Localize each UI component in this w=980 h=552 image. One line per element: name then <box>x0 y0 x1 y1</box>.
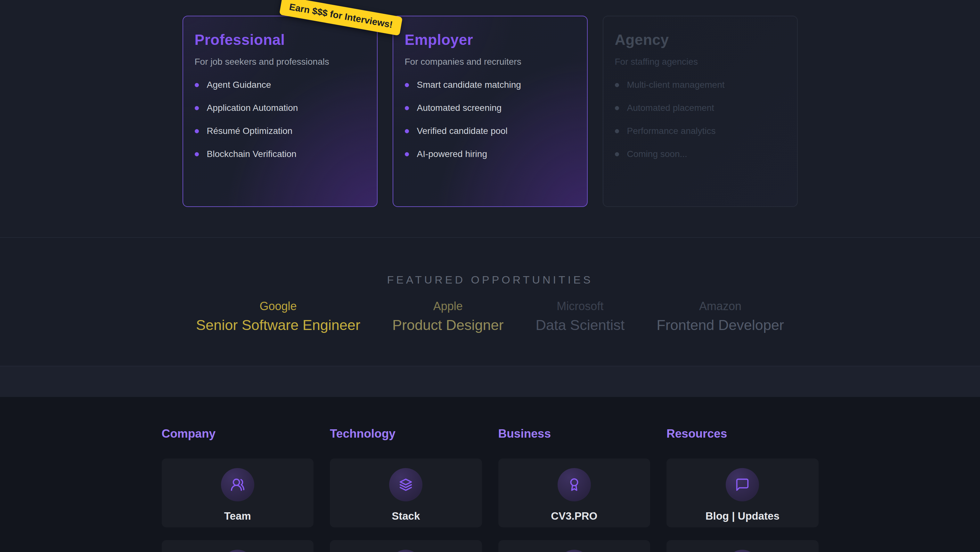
bullet-icon <box>405 129 409 133</box>
footer-column-header: Resources <box>667 427 819 440</box>
feature-label: Automated screening <box>417 103 502 113</box>
plan-cards-row: Earn $$$ for Interviews! Professional Fo… <box>183 0 798 207</box>
hidden-icon <box>389 550 422 552</box>
feature-label: AI-powered hiring <box>417 149 487 159</box>
users-icon <box>221 468 254 501</box>
job-title: Senior Software Engineer <box>196 317 360 333</box>
plan-card-employer[interactable]: Employer For companies and recruiters Sm… <box>393 16 588 207</box>
bullet-icon <box>615 83 619 87</box>
footer-card-hidden[interactable] <box>330 540 482 552</box>
bullet-icon <box>195 152 199 156</box>
footer-card-hidden[interactable] <box>667 540 819 552</box>
hidden-icon <box>558 550 591 552</box>
feature-item: Smart candidate matching <box>405 78 576 91</box>
feature-item: Coming soon... <box>615 148 786 161</box>
job-title: Frontend Developer <box>657 317 784 333</box>
job-item-amazon[interactable]: Amazon Frontend Developer <box>657 300 784 333</box>
feature-label: Smart candidate matching <box>417 80 521 90</box>
feature-item: AI-powered hiring <box>405 148 576 161</box>
feature-label: Blockchain Verification <box>207 149 297 159</box>
footer-card-blog[interactable]: Blog | Updates <box>667 458 819 527</box>
job-item-microsoft[interactable]: Microsoft Data Scientist <box>536 300 625 333</box>
feature-item: Automated placement <box>615 102 786 114</box>
job-company: Google <box>196 300 360 313</box>
footer-column-header: Company <box>162 427 314 440</box>
feature-item: Blockchain Verification <box>195 148 366 161</box>
bullet-icon <box>195 106 199 110</box>
spacer-band <box>0 366 980 397</box>
bullet-icon <box>405 83 409 87</box>
bullet-icon <box>405 106 409 110</box>
footer-card-label: CV3.PRO <box>551 510 597 522</box>
plans-section: Earn $$$ for Interviews! Professional Fo… <box>0 0 980 238</box>
feature-label: Automated placement <box>627 103 714 113</box>
plan-subtitle: For companies and recruiters <box>405 57 576 67</box>
job-title: Data Scientist <box>536 317 625 333</box>
earn-badge: Earn $$$ for Interviews! <box>279 0 402 36</box>
footer-column-header: Business <box>498 427 651 440</box>
footer-card-label: Stack <box>392 510 420 522</box>
footer-column-resources: Resources Blog | Updates <box>667 427 819 552</box>
job-title: Product Designer <box>392 317 504 333</box>
footer-card-hidden[interactable] <box>162 540 314 552</box>
hidden-icon <box>221 550 254 552</box>
feature-item: Performance analytics <box>615 124 786 137</box>
footer-grid: Company Team Technology Stack <box>162 427 819 552</box>
feature-label: Application Automation <box>207 103 298 113</box>
footer-card-cv3pro[interactable]: CV3.PRO <box>498 458 651 527</box>
feature-item: Résumé Optimization <box>195 124 366 137</box>
layers-icon <box>389 468 422 501</box>
footer-column-business: Business CV3.PRO <box>498 427 651 552</box>
footer-column-technology: Technology Stack <box>330 427 482 552</box>
plan-features: Smart candidate matching Automated scree… <box>405 78 576 161</box>
footer-column-company: Company Team <box>162 427 314 552</box>
footer: Company Team Technology Stack <box>0 397 980 552</box>
footer-card-label: Blog | Updates <box>706 510 780 522</box>
footer-card-hidden[interactable] <box>498 540 651 552</box>
bullet-icon <box>615 152 619 156</box>
job-item-apple[interactable]: Apple Product Designer <box>392 300 504 333</box>
job-company: Microsoft <box>536 300 625 313</box>
speech-bubble-icon <box>726 468 759 501</box>
bullet-icon <box>615 106 619 110</box>
feature-item: Verified candidate pool <box>405 124 576 137</box>
plan-card-agency: Agency For staffing agencies Multi-clien… <box>603 16 798 207</box>
feature-item: Automated screening <box>405 102 576 114</box>
plan-card-professional[interactable]: Earn $$$ for Interviews! Professional Fo… <box>183 16 378 207</box>
job-company: Apple <box>392 300 504 313</box>
feature-item: Agent Guidance <box>195 78 366 91</box>
feature-item: Multi-client management <box>615 78 786 91</box>
job-item-google[interactable]: Google Senior Software Engineer <box>196 300 360 333</box>
footer-card-stack[interactable]: Stack <box>330 458 482 527</box>
hidden-icon <box>726 550 759 552</box>
plan-features: Multi-client management Automated placem… <box>615 78 786 161</box>
plan-title: Agency <box>615 31 786 48</box>
featured-section: FEATURED OPPORTUNITIES Google Senior Sof… <box>0 238 980 366</box>
bullet-icon <box>405 152 409 156</box>
featured-heading: FEATURED OPPORTUNITIES <box>0 274 980 286</box>
plan-title: Professional <box>195 31 366 48</box>
plan-subtitle: For staffing agencies <box>615 57 786 67</box>
feature-label: Verified candidate pool <box>417 126 508 136</box>
bullet-icon <box>195 83 199 87</box>
feature-label: Performance analytics <box>627 126 716 136</box>
footer-column-header: Technology <box>330 427 482 440</box>
footer-card-team[interactable]: Team <box>162 458 314 527</box>
feature-label: Agent Guidance <box>207 80 271 90</box>
award-icon <box>558 468 591 501</box>
bullet-icon <box>615 129 619 133</box>
bullet-icon <box>195 129 199 133</box>
job-company: Amazon <box>657 300 784 313</box>
feature-label: Résumé Optimization <box>207 126 293 136</box>
plan-features: Agent Guidance Application Automation Ré… <box>195 78 366 161</box>
feature-item: Application Automation <box>195 102 366 114</box>
feature-label: Multi-client management <box>627 80 725 90</box>
plan-subtitle: For job seekers and professionals <box>195 57 366 67</box>
plan-title: Employer <box>405 31 576 48</box>
footer-card-label: Team <box>224 510 251 522</box>
jobs-carousel: Google Senior Software Engineer Apple Pr… <box>0 300 980 333</box>
feature-label: Coming soon... <box>627 149 687 159</box>
